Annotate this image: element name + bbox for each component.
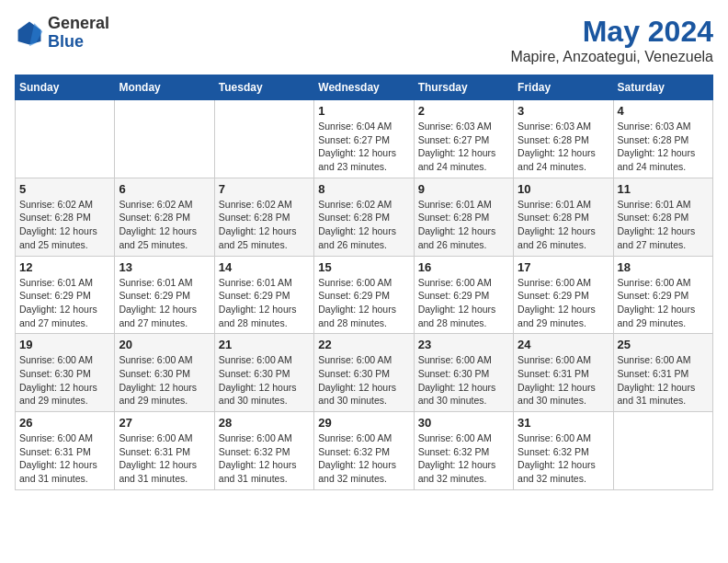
calendar-week-row: 19Sunrise: 6:00 AMSunset: 6:30 PMDayligh… [16, 334, 713, 412]
calendar-cell: 12Sunrise: 6:01 AMSunset: 6:29 PMDayligh… [16, 256, 115, 334]
day-number: 12 [19, 260, 110, 274]
calendar-cell: 27Sunrise: 6:00 AMSunset: 6:31 PMDayligh… [115, 412, 214, 490]
calendar-cell [214, 100, 313, 178]
logo-icon [15, 18, 44, 48]
day-number: 6 [119, 182, 210, 196]
day-info: Sunrise: 6:00 AMSunset: 6:31 PMDaylight:… [618, 353, 709, 408]
day-info: Sunrise: 6:00 AMSunset: 6:29 PMDaylight:… [618, 276, 709, 330]
day-number: 17 [518, 260, 609, 274]
page-header: General Blue May 2024 Mapire, Anzoategui… [15, 15, 713, 65]
calendar-cell: 23Sunrise: 6:00 AMSunset: 6:30 PMDayligh… [414, 334, 513, 412]
calendar-week-row: 26Sunrise: 6:00 AMSunset: 6:31 PMDayligh… [16, 412, 713, 490]
day-info: Sunrise: 6:00 AMSunset: 6:32 PMDaylight:… [318, 431, 409, 486]
day-number: 14 [219, 260, 310, 274]
day-number: 28 [219, 416, 310, 430]
calendar-week-row: 12Sunrise: 6:01 AMSunset: 6:29 PMDayligh… [16, 256, 713, 334]
day-number: 7 [219, 182, 310, 196]
day-info: Sunrise: 6:01 AMSunset: 6:29 PMDaylight:… [119, 276, 210, 330]
calendar-cell [16, 100, 115, 178]
day-info: Sunrise: 6:02 AMSunset: 6:28 PMDaylight:… [119, 198, 210, 252]
day-info: Sunrise: 6:01 AMSunset: 6:28 PMDaylight:… [418, 198, 509, 252]
day-number: 2 [418, 104, 509, 118]
logo: General Blue [15, 15, 109, 52]
day-info: Sunrise: 6:03 AMSunset: 6:28 PMDaylight:… [618, 120, 709, 174]
day-number: 23 [418, 338, 509, 351]
calendar-title: May 2024 [510, 15, 713, 49]
calendar-cell: 22Sunrise: 6:00 AMSunset: 6:30 PMDayligh… [314, 334, 414, 412]
calendar-cell: 20Sunrise: 6:00 AMSunset: 6:30 PMDayligh… [115, 334, 214, 412]
header-sunday: Sunday [16, 75, 115, 100]
day-info: Sunrise: 6:03 AMSunset: 6:27 PMDaylight:… [418, 120, 509, 174]
calendar-cell: 4Sunrise: 6:03 AMSunset: 6:28 PMDaylight… [613, 100, 712, 178]
day-number: 20 [119, 338, 210, 351]
logo-general-text: General [48, 15, 109, 33]
header-saturday: Saturday [613, 75, 712, 100]
day-info: Sunrise: 6:00 AMSunset: 6:31 PMDaylight:… [119, 431, 210, 486]
calendar-cell: 29Sunrise: 6:00 AMSunset: 6:32 PMDayligh… [314, 412, 414, 490]
day-info: Sunrise: 6:04 AMSunset: 6:27 PMDaylight:… [318, 120, 409, 174]
day-number: 11 [618, 182, 709, 196]
logo-blue-text: Blue [48, 33, 109, 52]
calendar-cell: 13Sunrise: 6:01 AMSunset: 6:29 PMDayligh… [115, 256, 214, 334]
day-info: Sunrise: 6:00 AMSunset: 6:29 PMDaylight:… [318, 276, 409, 330]
day-number: 13 [119, 260, 210, 274]
calendar-cell: 3Sunrise: 6:03 AMSunset: 6:28 PMDaylight… [514, 100, 613, 178]
calendar-cell: 30Sunrise: 6:00 AMSunset: 6:32 PMDayligh… [414, 412, 513, 490]
day-info: Sunrise: 6:01 AMSunset: 6:29 PMDaylight:… [219, 276, 310, 330]
day-info: Sunrise: 6:00 AMSunset: 6:32 PMDaylight:… [219, 431, 310, 486]
day-number: 21 [219, 338, 310, 351]
day-info: Sunrise: 6:00 AMSunset: 6:30 PMDaylight:… [219, 353, 310, 408]
calendar-cell: 11Sunrise: 6:01 AMSunset: 6:28 PMDayligh… [613, 178, 712, 256]
day-info: Sunrise: 6:00 AMSunset: 6:30 PMDaylight:… [19, 353, 110, 408]
calendar-cell: 25Sunrise: 6:00 AMSunset: 6:31 PMDayligh… [613, 334, 712, 412]
day-info: Sunrise: 6:00 AMSunset: 6:30 PMDaylight:… [418, 353, 509, 408]
calendar-cell: 1Sunrise: 6:04 AMSunset: 6:27 PMDaylight… [314, 100, 414, 178]
day-info: Sunrise: 6:02 AMSunset: 6:28 PMDaylight:… [19, 198, 110, 252]
day-info: Sunrise: 6:01 AMSunset: 6:28 PMDaylight:… [518, 198, 609, 252]
calendar-cell: 10Sunrise: 6:01 AMSunset: 6:28 PMDayligh… [514, 178, 613, 256]
calendar-cell: 24Sunrise: 6:00 AMSunset: 6:31 PMDayligh… [514, 334, 613, 412]
day-info: Sunrise: 6:00 AMSunset: 6:32 PMDaylight:… [518, 431, 609, 486]
day-info: Sunrise: 6:00 AMSunset: 6:29 PMDaylight:… [518, 276, 609, 330]
day-number: 3 [518, 104, 609, 118]
day-number: 25 [618, 338, 709, 351]
calendar-cell: 6Sunrise: 6:02 AMSunset: 6:28 PMDaylight… [115, 178, 214, 256]
calendar-cell [115, 100, 214, 178]
day-info: Sunrise: 6:00 AMSunset: 6:31 PMDaylight:… [518, 353, 609, 408]
day-number: 26 [19, 416, 110, 430]
calendar-cell: 14Sunrise: 6:01 AMSunset: 6:29 PMDayligh… [214, 256, 313, 334]
calendar-cell: 9Sunrise: 6:01 AMSunset: 6:28 PMDaylight… [414, 178, 513, 256]
day-number: 1 [318, 104, 409, 118]
day-info: Sunrise: 6:01 AMSunset: 6:28 PMDaylight:… [618, 198, 709, 252]
calendar-cell: 16Sunrise: 6:00 AMSunset: 6:29 PMDayligh… [414, 256, 513, 334]
day-info: Sunrise: 6:02 AMSunset: 6:28 PMDaylight:… [219, 198, 310, 252]
day-info: Sunrise: 6:01 AMSunset: 6:29 PMDaylight:… [19, 276, 110, 330]
header-wednesday: Wednesday [314, 75, 414, 100]
day-number: 15 [318, 260, 409, 274]
day-info: Sunrise: 6:00 AMSunset: 6:30 PMDaylight:… [119, 353, 210, 408]
title-block: May 2024 Mapire, Anzoategui, Venezuela [510, 15, 713, 65]
day-number: 16 [418, 260, 509, 274]
calendar-header-row: SundayMondayTuesdayWednesdayThursdayFrid… [16, 75, 713, 100]
calendar-cell: 31Sunrise: 6:00 AMSunset: 6:32 PMDayligh… [514, 412, 613, 490]
calendar-cell: 21Sunrise: 6:00 AMSunset: 6:30 PMDayligh… [214, 334, 313, 412]
day-number: 27 [119, 416, 210, 430]
calendar-week-row: 1Sunrise: 6:04 AMSunset: 6:27 PMDaylight… [16, 100, 713, 178]
calendar-week-row: 5Sunrise: 6:02 AMSunset: 6:28 PMDaylight… [16, 178, 713, 256]
day-number: 19 [19, 338, 110, 351]
day-number: 8 [318, 182, 409, 196]
day-number: 31 [518, 416, 609, 430]
day-number: 22 [318, 338, 409, 351]
day-number: 18 [618, 260, 709, 274]
calendar-cell: 26Sunrise: 6:00 AMSunset: 6:31 PMDayligh… [16, 412, 115, 490]
day-number: 4 [618, 104, 709, 118]
day-info: Sunrise: 6:00 AMSunset: 6:30 PMDaylight:… [318, 353, 409, 408]
day-number: 5 [19, 182, 110, 196]
calendar-table: SundayMondayTuesdayWednesdayThursdayFrid… [15, 75, 713, 490]
calendar-cell: 28Sunrise: 6:00 AMSunset: 6:32 PMDayligh… [214, 412, 313, 490]
header-tuesday: Tuesday [214, 75, 313, 100]
calendar-cell: 19Sunrise: 6:00 AMSunset: 6:30 PMDayligh… [16, 334, 115, 412]
day-number: 10 [518, 182, 609, 196]
calendar-cell: 18Sunrise: 6:00 AMSunset: 6:29 PMDayligh… [613, 256, 712, 334]
calendar-cell [613, 412, 712, 490]
